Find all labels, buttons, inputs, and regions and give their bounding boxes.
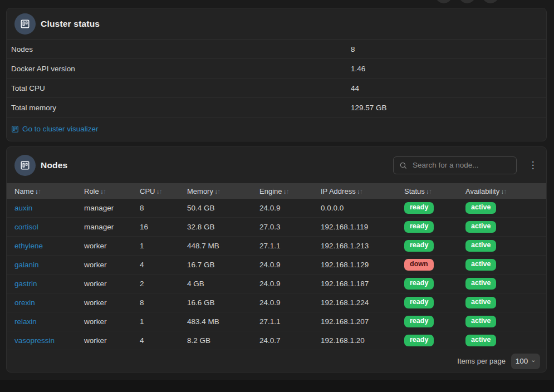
bottom-strip (0, 380, 554, 392)
cluster-row-api-version: Docker API version 1.46 (7, 59, 546, 79)
node-cpu: 8 (132, 293, 179, 312)
header-button-1[interactable] (435, 0, 452, 3)
column-header-name[interactable]: Name↓↑ (7, 183, 76, 199)
table-footer: Items per page 100 ⌄ (7, 350, 546, 372)
node-role: worker (76, 256, 132, 275)
table-row: gastrin worker 2 4 GB 24.0.9 192.168.1.1… (7, 275, 546, 293)
items-per-page-value: 100 (516, 357, 528, 365)
screen: Cluster status Nodes 8 Docker API versio… (0, 0, 554, 392)
node-cpu: 1 (132, 312, 179, 331)
status-badge: ready (404, 278, 434, 290)
cluster-row-total-cpu: Total CPU 44 (7, 79, 546, 98)
search-icon (399, 161, 407, 169)
cluster-widget-icon (14, 13, 36, 35)
nodes-widget-icon (14, 155, 36, 176)
node-cpu: 8 (132, 199, 179, 218)
items-per-page-select[interactable]: 100 ⌄ (511, 354, 540, 369)
node-ip: 192.168.1.213 (313, 237, 396, 256)
chevron-down-icon: ⌄ (531, 356, 536, 364)
nodes-header: Nodes ⋮ (7, 147, 546, 183)
node-cpu: 2 (132, 275, 179, 293)
node-engine: 24.0.9 (252, 293, 313, 312)
availability-badge: active (465, 278, 496, 290)
cluster-row-label: Nodes (11, 45, 351, 53)
sort-asc-icon: ↑ (360, 188, 362, 195)
node-cpu: 1 (132, 237, 179, 256)
node-memory: 8.2 GB (179, 331, 252, 350)
node-name-link[interactable]: orexin (14, 298, 35, 307)
node-cpu: 4 (132, 256, 179, 275)
cluster-status-panel: Cluster status Nodes 8 Docker API versio… (6, 8, 547, 141)
cluster-row-label: Total CPU (11, 84, 351, 92)
node-name-link[interactable]: auxin (14, 204, 32, 212)
header-button-3[interactable] (482, 0, 499, 3)
table-row: galanin worker 4 16.7 GB 24.0.9 192.168.… (7, 256, 546, 275)
node-ip: 192.168.1.119 (313, 218, 396, 237)
cluster-visualizer-link[interactable]: Go to cluster visualizer (11, 125, 99, 133)
node-name-link[interactable]: gastrin (14, 280, 37, 288)
node-ip: 0.0.0.0 (313, 199, 396, 218)
node-cpu: 4 (132, 331, 179, 350)
cluster-row-label: Docker API version (11, 65, 351, 73)
column-header-status[interactable]: Status↓↑ (396, 183, 458, 199)
sort-asc-icon: ↑ (286, 188, 288, 195)
node-memory: 16.6 GB (179, 293, 252, 312)
node-role: worker (76, 275, 132, 293)
availability-badge: active (465, 297, 496, 308)
cluster-status-title: Cluster status (41, 19, 100, 29)
column-header-availability[interactable]: Availability↓↑ (458, 183, 546, 199)
sort-asc-icon: ↑ (217, 188, 220, 195)
items-per-page-label: Items per page (457, 357, 506, 365)
node-memory: 448.7 MB (179, 237, 252, 256)
column-header-role[interactable]: Role↓↑ (76, 183, 132, 199)
node-search-input[interactable] (411, 160, 511, 170)
visualizer-icon (11, 125, 19, 133)
node-name-link[interactable]: vasopressin (14, 336, 55, 345)
node-memory: 16.7 GB (179, 256, 252, 275)
column-header-cpu[interactable]: CPU↓↑ (132, 183, 179, 199)
cluster-row-value: 129.57 GB (351, 104, 546, 112)
nodes-title: Nodes (41, 160, 67, 170)
node-memory: 32.8 GB (179, 218, 252, 237)
column-header-engine[interactable]: Engine↓↑ (252, 183, 313, 199)
kebab-menu-icon[interactable]: ⋮ (526, 156, 540, 174)
node-engine: 24.0.9 (252, 199, 313, 218)
node-name-link[interactable]: cortisol (14, 223, 38, 231)
node-role: worker (76, 312, 132, 331)
nodes-panel: Nodes ⋮ Name↓↑ Role↓↑ CPU↓↑ Memory↓↑ (6, 146, 547, 373)
table-row: auxin manager 8 50.4 GB 24.0.9 0.0.0.0 r… (7, 199, 546, 218)
cluster-row-label: Total memory (11, 104, 351, 112)
status-badge: ready (404, 202, 434, 214)
header-button-2[interactable] (459, 0, 475, 3)
node-engine: 27.0.3 (252, 218, 313, 237)
table-row: relaxin worker 1 483.4 MB 27.1.1 192.168… (7, 312, 546, 331)
column-header-memory[interactable]: Memory↓↑ (179, 183, 252, 199)
nodes-table-header-row: Name↓↑ Role↓↑ CPU↓↑ Memory↓↑ Engine↓↑ IP… (7, 183, 546, 199)
status-badge: ready (404, 335, 434, 346)
node-engine: 24.0.9 (252, 275, 313, 293)
cluster-row-total-memory: Total memory 129.57 GB (7, 98, 546, 117)
cluster-visualizer-link-label: Go to cluster visualizer (22, 125, 99, 133)
node-role: worker (76, 331, 132, 350)
table-row: ethylene worker 1 448.7 MB 27.1.1 192.16… (7, 237, 546, 256)
table-row: orexin worker 8 16.6 GB 24.0.9 192.168.1… (7, 293, 546, 312)
node-name-link[interactable]: ethylene (14, 242, 43, 250)
availability-badge: active (465, 335, 496, 346)
cluster-row-nodes: Nodes 8 (7, 40, 546, 59)
node-memory: 483.4 MB (179, 312, 252, 331)
node-name-link[interactable]: relaxin (14, 317, 37, 326)
node-ip: 192.168.1.129 (313, 256, 396, 275)
node-name-link[interactable]: galanin (14, 261, 39, 269)
sort-asc-icon: ↑ (429, 188, 432, 195)
sort-asc-icon: ↑ (38, 188, 41, 195)
availability-badge: active (465, 316, 496, 327)
column-header-ip-address[interactable]: IP Address↓↑ (313, 183, 396, 199)
node-ip: 192.168.1.20 (313, 331, 396, 350)
nodes-table: Name↓↑ Role↓↑ CPU↓↑ Memory↓↑ Engine↓↑ IP… (7, 183, 546, 350)
status-badge: ready (404, 240, 434, 252)
availability-badge: active (465, 240, 496, 252)
availability-badge: active (465, 221, 496, 233)
node-memory: 4 GB (179, 275, 252, 293)
cluster-row-value: 8 (351, 45, 546, 53)
node-role: manager (76, 199, 132, 218)
